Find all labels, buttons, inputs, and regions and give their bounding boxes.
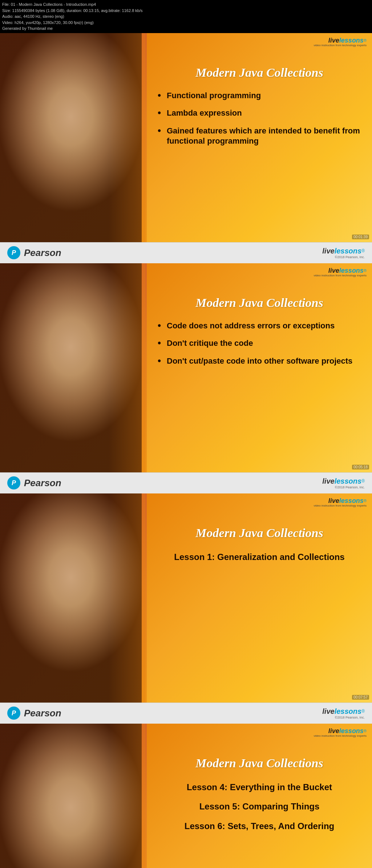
panel4-lessons: lessons xyxy=(339,727,364,735)
bottom-copyright-2: ©2018 Pearson, Inc. xyxy=(335,485,365,489)
pearson-logo-circle-3: P xyxy=(7,707,20,720)
bottom-logo-row-1: live lessons ® xyxy=(322,247,365,255)
panel1-bullet-2: Lambda expression xyxy=(158,108,361,119)
file-info-line2: Size: 1155490384 bytes (1.08 GiB), durat… xyxy=(2,8,370,14)
file-info-line3: Audio: aac, 44100 Hz, stereo (eng) xyxy=(2,13,370,20)
panel2-logo: live lessons ® video instruction from te… xyxy=(314,267,367,277)
pearson-text-3: Pearson xyxy=(24,708,61,719)
panel4-live: live xyxy=(328,727,339,735)
panel3-logo-row: live lessons ® xyxy=(314,497,367,505)
panel3-lessons: lessons xyxy=(339,497,364,505)
bottom-bar-3: P Pearson live lessons ® ©2018 Pearson, … xyxy=(0,703,372,724)
bottom-logo-row-3: live lessons ® xyxy=(322,707,365,716)
panel3-timestamp: 00:07:57 xyxy=(352,695,369,700)
bottom-live-1: live xyxy=(322,247,334,255)
panel1-tagline: video instruction from technology expert… xyxy=(314,44,367,47)
video-panel-1: live lessons ® video instruction from te… xyxy=(0,33,372,242)
bottom-r-1: ® xyxy=(361,248,365,253)
panel1-timestamp: 00:01:39 xyxy=(352,235,369,239)
bottom-logo-row-2: live lessons ® xyxy=(322,477,365,485)
bottom-copyright-3: ©2018 Pearson, Inc. xyxy=(335,716,365,719)
pearson-initial-1: P xyxy=(12,249,16,257)
file-info-line1: File: 01 - Modern Java Collections - Int… xyxy=(2,1,370,8)
panel4-logo: live lessons ® video instruction from te… xyxy=(314,727,367,737)
panel4-logo-row: live lessons ® xyxy=(314,727,367,735)
panel2-lessons: lessons xyxy=(339,267,364,275)
panel2-live: live xyxy=(328,267,339,275)
video-panel-2: live lessons ® video instruction from te… xyxy=(0,263,372,472)
bottom-lessons-3: lessons xyxy=(335,707,361,716)
panel2-timestamp: 00:05:18 xyxy=(352,465,369,469)
panel3-subtitle: Lesson 1: Generalization and Collections xyxy=(158,551,361,563)
panel3-content: live lessons ® video instruction from te… xyxy=(147,493,372,703)
panel3-shadow xyxy=(109,493,145,703)
panel1-title: Modern Java Collections xyxy=(158,66,361,80)
file-info-line5: Generated by Thumbnail me xyxy=(2,25,370,32)
bottom-logo-2: live lessons ® ©2018 Pearson, Inc. xyxy=(322,477,365,489)
panel4-title: Modern Java Collections xyxy=(158,756,361,770)
panel4-content: live lessons ® video instruction from te… xyxy=(147,724,372,868)
panel1-lessons: lessons xyxy=(339,37,364,44)
pearson-initial-3: P xyxy=(12,709,16,717)
panel1-logo-row: live lessons ® xyxy=(314,37,367,44)
panel3-tagline: video instruction from technology expert… xyxy=(314,504,367,507)
panel2-r: ® xyxy=(364,268,367,273)
pearson-brand-1: P Pearson xyxy=(7,246,61,259)
panel2-content: live lessons ® video instruction from te… xyxy=(147,263,372,472)
panel3-r: ® xyxy=(364,499,367,503)
bottom-r-3: ® xyxy=(361,709,365,714)
panel1-content: live lessons ® video instruction from te… xyxy=(147,33,372,242)
panel2-bullet-1: Code does not address errors or exceptio… xyxy=(158,321,361,331)
panel3-live: live xyxy=(328,497,339,505)
panel2-shadow xyxy=(109,263,145,472)
pearson-brand-3: P Pearson xyxy=(7,707,61,720)
pearson-text-1: Pearson xyxy=(24,247,61,259)
panel4-lesson2: Lesson 5: Comparing Things xyxy=(158,800,361,813)
video-panel-4: live lessons ® video instruction from te… xyxy=(0,724,372,868)
bottom-bar-2: P Pearson live lessons ® ©2018 Pearson, … xyxy=(0,472,372,493)
pearson-logo-circle-2: P xyxy=(7,476,20,489)
pearson-brand-2: P Pearson xyxy=(7,476,61,489)
bottom-r-2: ® xyxy=(361,479,365,484)
panel2-bullets: Code does not address errors or exceptio… xyxy=(158,321,361,367)
pearson-initial-2: P xyxy=(12,479,16,487)
panel4-lesson1: Lesson 4: Everything in the Bucket xyxy=(158,781,361,793)
bottom-logo-1: live lessons ® ©2018 Pearson, Inc. xyxy=(322,247,365,259)
bottom-bar-1: P Pearson live lessons ® ©2018 Pearson, … xyxy=(0,242,372,263)
panel3-logo: live lessons ® video instruction from te… xyxy=(314,497,367,507)
panel4-r: ® xyxy=(364,729,367,733)
pearson-logo-circle-1: P xyxy=(7,246,20,259)
panel1-bullets: Functional programming Lambda expression… xyxy=(158,91,361,147)
bottom-lessons-1: lessons xyxy=(335,247,361,255)
panel1-live: live xyxy=(328,37,339,44)
file-info-line4: Video: h264, yuv420p, 1280x720, 30.00 fp… xyxy=(2,20,370,26)
panel3-title: Modern Java Collections xyxy=(158,526,361,540)
panel2-bullet-3: Don't cut/paste code into other software… xyxy=(158,356,361,367)
file-info-bar: File: 01 - Modern Java Collections - Int… xyxy=(0,0,372,33)
bottom-lessons-2: lessons xyxy=(335,477,361,485)
panel1-shadow xyxy=(109,33,145,242)
panel2-title: Modern Java Collections xyxy=(158,296,361,310)
panel1-r: ® xyxy=(364,38,367,43)
panel1-bullet-3: Gained features which are intended to be… xyxy=(158,126,361,147)
panel4-shadow xyxy=(109,724,145,868)
bottom-copyright-1: ©2018 Pearson, Inc. xyxy=(335,255,365,259)
panel4-lesson3: Lesson 6: Sets, Trees, And Ordering xyxy=(158,820,361,832)
video-panel-3: live lessons ® video instruction from te… xyxy=(0,493,372,703)
bottom-live-2: live xyxy=(322,477,334,485)
panel4-tagline: video instruction from technology expert… xyxy=(314,734,367,737)
pearson-text-2: Pearson xyxy=(24,477,61,489)
bottom-logo-3: live lessons ® ©2018 Pearson, Inc. xyxy=(322,707,365,719)
bottom-live-3: live xyxy=(322,707,334,716)
panel2-tagline: video instruction from technology expert… xyxy=(314,274,367,277)
panel1-logo: live lessons ® video instruction from te… xyxy=(314,37,367,47)
panel2-bullet-2: Don't critique the code xyxy=(158,338,361,349)
panel2-logo-row: live lessons ® xyxy=(314,267,367,275)
panel1-bullet-1: Functional programming xyxy=(158,91,361,101)
